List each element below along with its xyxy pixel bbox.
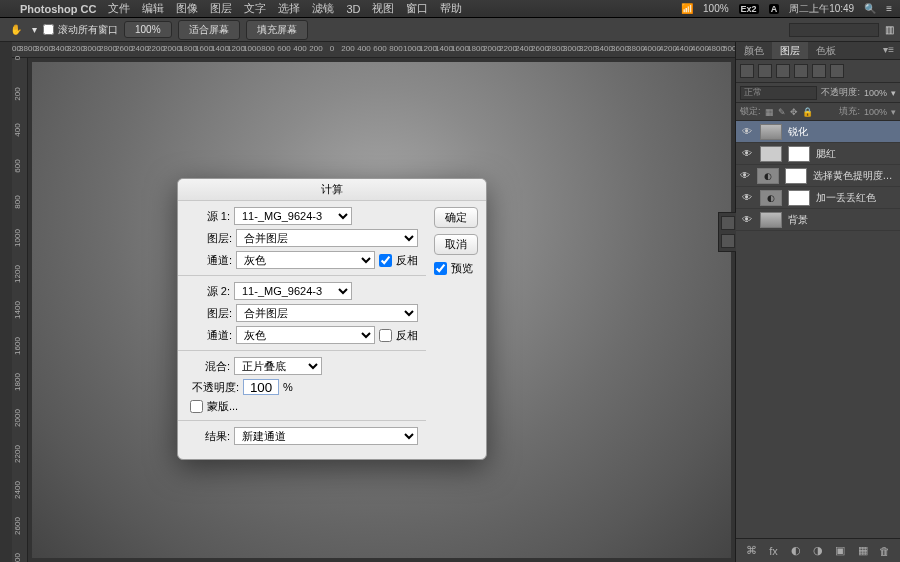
panel-menu-icon[interactable]: ▾≡ xyxy=(877,42,900,59)
layer-row[interactable]: 👁◐加一丢丢红色 xyxy=(736,187,900,209)
layer-mask-thumb[interactable] xyxy=(788,146,810,162)
preview-checkbox[interactable]: 预览 xyxy=(434,261,478,276)
source1-channel-select[interactable]: 灰色 xyxy=(236,251,375,269)
cancel-button[interactable]: 取消 xyxy=(434,234,478,255)
visibility-eye-icon[interactable]: 👁 xyxy=(740,126,754,137)
lock-position-icon[interactable]: ✥ xyxy=(790,107,798,117)
dropdown-icon[interactable]: ▾ xyxy=(32,24,37,35)
blend-select[interactable]: 正片叠底 xyxy=(234,357,322,375)
tab-color[interactable]: 颜色 xyxy=(736,42,772,59)
chevron-down-icon[interactable]: ▾ xyxy=(891,88,896,98)
opacity-value[interactable]: 100% xyxy=(864,88,887,98)
source1-invert-input[interactable] xyxy=(379,254,392,267)
layer-mask-thumb[interactable] xyxy=(788,190,810,206)
options-panel-toggle-icon[interactable]: ▥ xyxy=(885,24,894,35)
layer-row[interactable]: 👁◐选择黄色提明度，加红色 xyxy=(736,165,900,187)
filter-smart-icon[interactable] xyxy=(830,64,844,78)
layer-mask-thumb[interactable] xyxy=(785,168,807,184)
layer-mask-icon[interactable]: ◐ xyxy=(789,544,803,558)
source2-invert-input[interactable] xyxy=(379,329,392,342)
layer-thumb[interactable] xyxy=(760,146,782,162)
visibility-eye-icon[interactable]: 👁 xyxy=(740,170,751,181)
visibility-eye-icon[interactable]: 👁 xyxy=(740,192,754,203)
fill-value[interactable]: 100% xyxy=(864,107,887,117)
zoom-100-button[interactable]: 100% xyxy=(124,21,172,38)
filter-type-icon[interactable] xyxy=(794,64,808,78)
tab-layers[interactable]: 图层 xyxy=(772,42,808,59)
a-icon[interactable]: A xyxy=(769,4,780,14)
scroll-all-windows-input[interactable] xyxy=(43,24,54,35)
ok-button[interactable]: 确定 xyxy=(434,207,478,228)
link-layers-icon[interactable]: ⌘ xyxy=(744,544,758,558)
fill-screen-button[interactable]: 填充屏幕 xyxy=(246,20,308,40)
chevron-down-icon[interactable]: ▾ xyxy=(891,107,896,117)
blend-mode-select[interactable]: 正常 xyxy=(740,86,817,100)
scroll-all-windows-label: 滚动所有窗口 xyxy=(58,23,118,37)
tab-swatches[interactable]: 色板 xyxy=(808,42,844,59)
visibility-eye-icon[interactable]: 👁 xyxy=(740,214,754,225)
fit-screen-button[interactable]: 适合屏幕 xyxy=(178,20,240,40)
menu-extras-icon[interactable]: ≡ xyxy=(886,3,892,14)
adjustment-layer-icon[interactable]: ◑ xyxy=(811,544,825,558)
filter-shape-icon[interactable] xyxy=(812,64,826,78)
menu-image[interactable]: 图像 xyxy=(176,1,198,16)
opacity-input[interactable] xyxy=(243,379,279,395)
battery-status[interactable]: 100% xyxy=(703,3,729,14)
ruler-vertical[interactable]: 0200400600800100012001400160018002000220… xyxy=(12,58,28,562)
collapsed-tab-icon[interactable] xyxy=(721,234,735,248)
source1-layer-select[interactable]: 合并图层 xyxy=(236,229,418,247)
source1-invert-checkbox[interactable]: 反相 xyxy=(379,253,418,268)
mask-input[interactable] xyxy=(190,400,203,413)
source2-invert-checkbox[interactable]: 反相 xyxy=(379,328,418,343)
group-icon[interactable]: ▣ xyxy=(833,544,847,558)
source2-select[interactable]: 11-_MG_9624-3 xyxy=(234,282,352,300)
layer-thumb[interactable] xyxy=(760,212,782,228)
ruler-horizontal[interactable]: 4000380036003400320030002800260024002200… xyxy=(12,42,735,58)
menu-select[interactable]: 选择 xyxy=(278,1,300,16)
search-icon[interactable]: 🔍 xyxy=(864,3,876,14)
menu-file[interactable]: 文件 xyxy=(108,1,130,16)
delete-layer-icon[interactable]: 🗑 xyxy=(878,544,892,558)
ruler-tick: 200 xyxy=(13,87,22,100)
preview-input[interactable] xyxy=(434,262,447,275)
menu-type[interactable]: 文字 xyxy=(244,1,266,16)
source2-channel-select[interactable]: 灰色 xyxy=(236,326,375,344)
options-right-field[interactable] xyxy=(789,23,879,37)
layer-filter-row xyxy=(736,60,900,83)
lock-transparency-icon[interactable]: ▦ xyxy=(765,107,774,117)
layer-style-icon[interactable]: fx xyxy=(766,544,780,558)
visibility-eye-icon[interactable]: 👁 xyxy=(740,148,754,159)
adjustment-thumb[interactable]: ◐ xyxy=(757,168,779,184)
adjustment-thumb[interactable]: ◐ xyxy=(760,190,782,206)
dialog-title: 计算 xyxy=(178,179,486,201)
layer-thumb[interactable] xyxy=(760,124,782,140)
menu-layer[interactable]: 图层 xyxy=(210,1,232,16)
menu-3d[interactable]: 3D xyxy=(346,3,360,15)
lock-fill-row: 锁定: ▦ ✎ ✥ 🔒 填充: 100% ▾ xyxy=(736,103,900,121)
hand-tool-icon[interactable]: ✋ xyxy=(6,22,26,38)
wifi-icon[interactable]: 📶 xyxy=(681,3,693,14)
filter-kind-icon[interactable] xyxy=(740,64,754,78)
input-source[interactable]: Ex2 xyxy=(739,4,759,14)
lock-all-icon[interactable]: 🔒 xyxy=(802,107,813,117)
collapsed-tab-icon[interactable] xyxy=(721,216,735,230)
scroll-all-windows-checkbox[interactable]: 滚动所有窗口 xyxy=(43,23,118,37)
menu-window[interactable]: 窗口 xyxy=(406,1,428,16)
result-select[interactable]: 新建通道 xyxy=(234,427,418,445)
menu-filter[interactable]: 滤镜 xyxy=(312,1,334,16)
new-layer-icon[interactable]: ▦ xyxy=(856,544,870,558)
menu-edit[interactable]: 编辑 xyxy=(142,1,164,16)
menu-help[interactable]: 帮助 xyxy=(440,1,462,16)
filter-pixel-icon[interactable] xyxy=(758,64,772,78)
ruler-tick: 400 xyxy=(13,123,22,136)
menu-view[interactable]: 视图 xyxy=(372,1,394,16)
source2-layer-select[interactable]: 合并图层 xyxy=(236,304,418,322)
layer-row[interactable]: 👁锐化 xyxy=(736,121,900,143)
source1-select[interactable]: 11-_MG_9624-3 xyxy=(234,207,352,225)
layer-row[interactable]: 👁腮红 xyxy=(736,143,900,165)
lock-paint-icon[interactable]: ✎ xyxy=(778,107,786,117)
filter-adjust-icon[interactable] xyxy=(776,64,790,78)
collapsed-panel-tabs[interactable] xyxy=(718,212,736,252)
mask-checkbox[interactable]: 蒙版... xyxy=(190,399,238,414)
layer-row[interactable]: 👁背景 xyxy=(736,209,900,231)
